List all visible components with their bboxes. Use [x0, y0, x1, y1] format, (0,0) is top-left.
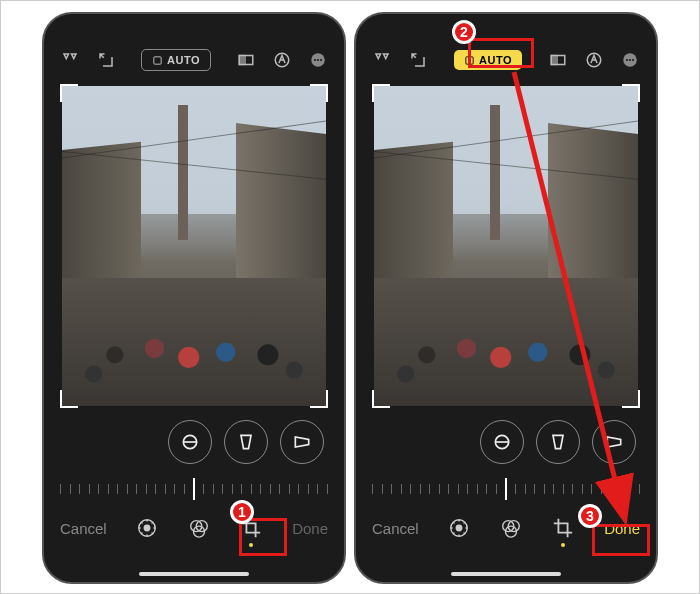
filters-tab-icon[interactable]: [500, 517, 522, 539]
flip-vertical-icon[interactable]: [60, 50, 80, 70]
angle-ruler[interactable]: [58, 476, 330, 502]
aspect-ratio-icon[interactable]: [236, 50, 256, 70]
editor-tab-row: Cancel Done: [44, 508, 344, 548]
svg-point-11: [145, 525, 151, 531]
crop-tab-icon[interactable]: [552, 517, 574, 539]
svg-point-21: [629, 59, 631, 61]
vertical-perspective-button[interactable]: [536, 420, 580, 464]
svg-rect-2: [239, 56, 245, 65]
crop-handle-br[interactable]: [310, 390, 328, 408]
straighten-button[interactable]: [480, 420, 524, 464]
home-indicator: [139, 572, 249, 576]
aspect-ratio-icon[interactable]: [548, 50, 568, 70]
straighten-controls: [44, 420, 344, 470]
home-indicator: [451, 572, 561, 576]
phone-screen-right: AUTO: [354, 12, 658, 584]
more-icon[interactable]: [308, 50, 328, 70]
adjust-tab-icon[interactable]: [448, 517, 470, 539]
svg-point-6: [317, 59, 319, 61]
rotate-icon[interactable]: [408, 50, 428, 70]
svg-point-26: [457, 525, 463, 531]
crop-handle-br[interactable]: [622, 390, 640, 408]
angle-ruler[interactable]: [370, 476, 642, 502]
crop-toolbar: AUTO: [44, 42, 344, 78]
svg-rect-17: [551, 56, 557, 65]
horizontal-perspective-button[interactable]: [592, 420, 636, 464]
svg-point-5: [314, 59, 316, 61]
adjust-tab-icon[interactable]: [136, 517, 158, 539]
crop-handle-tr[interactable]: [622, 84, 640, 102]
more-icon[interactable]: [620, 50, 640, 70]
rotate-icon[interactable]: [96, 50, 116, 70]
auto-button[interactable]: AUTO: [454, 50, 522, 70]
markup-icon[interactable]: [272, 50, 292, 70]
annotation-badge-2: 2: [452, 20, 476, 44]
photo-preview: [62, 86, 326, 406]
markup-icon[interactable]: [584, 50, 604, 70]
vertical-perspective-button[interactable]: [224, 420, 268, 464]
crop-handle-tr[interactable]: [310, 84, 328, 102]
crop-toolbar: AUTO: [356, 42, 656, 78]
annotation-badge-3: 3: [578, 504, 602, 528]
horizontal-perspective-button[interactable]: [280, 420, 324, 464]
crop-canvas[interactable]: [62, 86, 326, 406]
cancel-button[interactable]: Cancel: [60, 520, 107, 537]
auto-button[interactable]: AUTO: [141, 49, 211, 71]
straighten-button[interactable]: [168, 420, 212, 464]
filters-tab-icon[interactable]: [188, 517, 210, 539]
straighten-controls: [356, 420, 656, 470]
photo-preview: [374, 86, 638, 406]
svg-rect-15: [466, 56, 473, 63]
annotation-badge-1: 1: [230, 500, 254, 524]
crop-handle-bl[interactable]: [60, 390, 78, 408]
svg-point-20: [626, 59, 628, 61]
svg-point-7: [320, 59, 322, 61]
auto-label: AUTO: [167, 54, 200, 66]
phone-screen-left: AUTO: [42, 12, 346, 584]
crop-canvas[interactable]: [374, 86, 638, 406]
editor-tab-row: Cancel Done: [356, 508, 656, 548]
crop-handle-tl[interactable]: [60, 84, 78, 102]
crop-handle-tl[interactable]: [372, 84, 390, 102]
svg-rect-0: [154, 56, 161, 63]
auto-label: AUTO: [479, 54, 512, 66]
svg-point-22: [632, 59, 634, 61]
done-button[interactable]: Done: [604, 520, 640, 537]
done-button[interactable]: Done: [292, 520, 328, 537]
crop-handle-bl[interactable]: [372, 390, 390, 408]
flip-vertical-icon[interactable]: [372, 50, 392, 70]
cancel-button[interactable]: Cancel: [372, 520, 419, 537]
